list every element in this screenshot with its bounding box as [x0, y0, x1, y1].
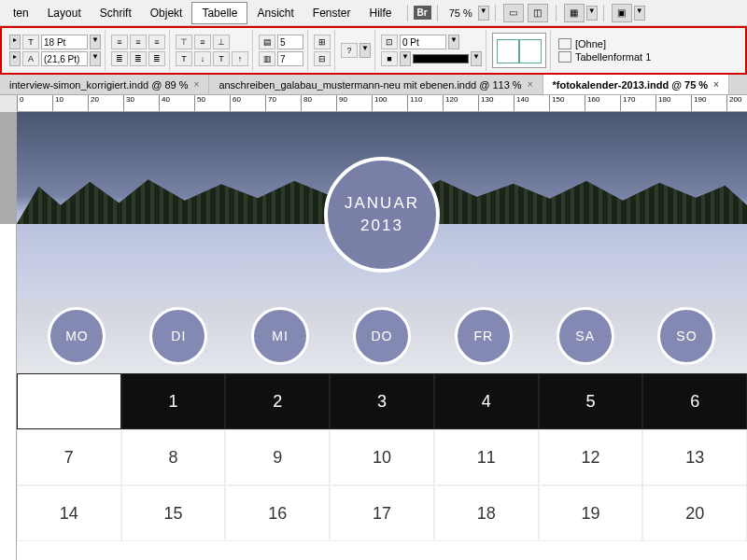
screen-mode-dropdown[interactable]: ▼: [634, 6, 645, 21]
text-rotation-icon[interactable]: T: [213, 51, 230, 66]
year-label: 2013: [360, 217, 403, 235]
zoom-level[interactable]: 75 %: [444, 6, 478, 21]
view-mode-icon[interactable]: ▭: [503, 4, 524, 22]
justify-center-icon[interactable]: ≣: [130, 51, 147, 66]
font-size-dropdown[interactable]: ▼: [90, 35, 101, 49]
menu-item-fenster[interactable]: Fenster: [303, 3, 360, 23]
calendar-cell: 11: [434, 429, 539, 485]
menu-item-layout[interactable]: Layout: [38, 3, 91, 23]
leading-input[interactable]: [41, 51, 88, 66]
style-swatch-icon[interactable]: [558, 51, 571, 63]
menu-item-tabelle[interactable]: Tabelle: [191, 2, 247, 24]
weekday-circle: DI: [149, 307, 207, 365]
screen-mode-icon[interactable]: ▣: [612, 4, 632, 22]
rows-input[interactable]: [277, 35, 303, 49]
separator: [603, 5, 604, 21]
char-toggle[interactable]: ▸: [9, 35, 21, 49]
style-none-label[interactable]: [Ohne]: [575, 38, 606, 49]
text-rotation-icon[interactable]: ↓: [194, 51, 211, 66]
menu-item-objekt[interactable]: Objekt: [141, 3, 192, 23]
menu-bar: ten Layout Schrift Objekt Tabelle Ansich…: [0, 0, 747, 26]
style-swatch-icon[interactable]: [558, 38, 571, 49]
para-toggle[interactable]: ▸: [9, 51, 21, 66]
calendar-photo: JANUAR 2013: [17, 112, 747, 299]
close-icon[interactable]: ×: [713, 79, 719, 90]
close-icon[interactable]: ×: [528, 79, 533, 90]
ruler-tick: 140: [514, 95, 529, 112]
ruler-tick: 90: [336, 95, 347, 112]
view-mode-icon[interactable]: ◫: [528, 4, 548, 22]
ruler-tick: 200: [726, 95, 741, 112]
menu-item-hilfe[interactable]: Hilfe: [360, 3, 402, 23]
ruler-tick: 40: [159, 95, 170, 112]
ruler-tick: 60: [230, 95, 241, 112]
stroke-dropdown[interactable]: ▼: [400, 51, 411, 66]
ruler-tick: 150: [549, 95, 564, 112]
justify-left-icon[interactable]: ≣: [111, 51, 128, 66]
align-center-icon[interactable]: ≡: [130, 35, 147, 49]
calendar-cell: 5: [539, 373, 643, 429]
doc-tab-label: anschreiben_galabau_mustermann-neu mit e…: [218, 79, 521, 91]
valign-top-icon[interactable]: ⊤: [176, 35, 192, 49]
vertical-ruler[interactable]: [0, 224, 17, 560]
separator: [407, 5, 408, 21]
ruler-tick: 30: [123, 95, 134, 112]
month-label: JANUAR: [345, 194, 419, 213]
align-right-icon[interactable]: ≡: [148, 35, 165, 49]
doc-tab-label: interview-simon_korrigiert.indd @ 89 %: [9, 79, 189, 91]
calendar-cell: 10: [330, 429, 434, 485]
ruler-tick: 70: [265, 95, 276, 112]
calendar-cell: 13: [642, 429, 747, 485]
align-left-icon[interactable]: ≡: [111, 35, 128, 49]
help-icon[interactable]: ?: [341, 43, 358, 58]
ruler-tick: 20: [88, 95, 99, 112]
close-icon[interactable]: ×: [194, 79, 200, 90]
ruler-tick: 120: [443, 95, 458, 112]
doc-tab[interactable]: interview-simon_korrigiert.indd @ 89 %×: [0, 75, 209, 94]
rows-icon: ▤: [259, 35, 275, 49]
document-tabs: interview-simon_korrigiert.indd @ 89 %× …: [0, 75, 747, 95]
horizontal-ruler[interactable]: 0102030405060708090100110120130140150160…: [17, 95, 747, 112]
valign-middle-icon[interactable]: ≡: [194, 35, 211, 49]
doc-tab[interactable]: anschreiben_galabau_mustermann-neu mit e…: [209, 75, 543, 94]
control-panel: ▸T▼ ▸A▼ ≡ ≡ ≡ ≣ ≣ ≣ ⊤ ≡ ⊥ T ↓ T ↑ ▤ ▥ ⊞: [0, 26, 747, 75]
menu-item-ansicht[interactable]: Ansicht: [247, 3, 303, 23]
weekday-circle: FR: [455, 307, 513, 365]
weekday-circle: DO: [353, 307, 411, 365]
stroke-style-dropdown[interactable]: ▼: [471, 51, 482, 66]
inset-input[interactable]: [400, 35, 446, 49]
menu-item-datei[interactable]: ten: [4, 3, 38, 23]
text-rotation-icon[interactable]: T: [176, 51, 192, 66]
document-canvas[interactable]: JANUAR 2013 MODIMIDOFRSASO 1234567891011…: [17, 112, 747, 560]
ruler-tick: 80: [301, 95, 312, 112]
stroke-preview[interactable]: [413, 54, 469, 63]
doc-tab-active[interactable]: *fotokalender-2013.indd @ 75 %×: [543, 75, 729, 94]
calendar-cell: 14: [17, 485, 121, 541]
style-fmt1-label[interactable]: Tabellenformat 1: [575, 51, 651, 63]
calendar-cell: 6: [642, 373, 747, 429]
cell-preview[interactable]: [492, 33, 546, 68]
calendar-cell: 17: [330, 485, 434, 541]
separator: [437, 5, 438, 21]
calendar-cell: 7: [17, 429, 121, 485]
justify-right-icon[interactable]: ≣: [148, 51, 165, 66]
zoom-dropdown[interactable]: ▼: [478, 6, 489, 21]
stroke-selector-icon[interactable]: ■: [381, 51, 398, 66]
text-rotation-icon[interactable]: ↑: [232, 51, 248, 66]
leading-dropdown[interactable]: ▼: [90, 51, 101, 66]
dropdown-icon[interactable]: ▼: [359, 43, 371, 58]
unmerge-cells-icon[interactable]: ⊟: [314, 51, 331, 66]
inset-dropdown[interactable]: ▼: [448, 35, 459, 49]
weekday-circle: SA: [557, 307, 614, 365]
weekday-circle: MI: [251, 307, 309, 365]
font-size-icon: T: [22, 35, 39, 49]
bridge-icon[interactable]: Br: [414, 6, 431, 20]
valign-bottom-icon[interactable]: ⊥: [213, 35, 230, 49]
cols-input[interactable]: [277, 51, 303, 66]
arrange-icon[interactable]: ▦: [564, 4, 585, 22]
arrange-dropdown[interactable]: ▼: [586, 6, 598, 21]
merge-cells-icon[interactable]: ⊞: [314, 35, 331, 49]
menu-item-schrift[interactable]: Schrift: [91, 3, 141, 23]
font-size-input[interactable]: [41, 35, 88, 49]
inset-icon: ⊡: [381, 35, 398, 49]
